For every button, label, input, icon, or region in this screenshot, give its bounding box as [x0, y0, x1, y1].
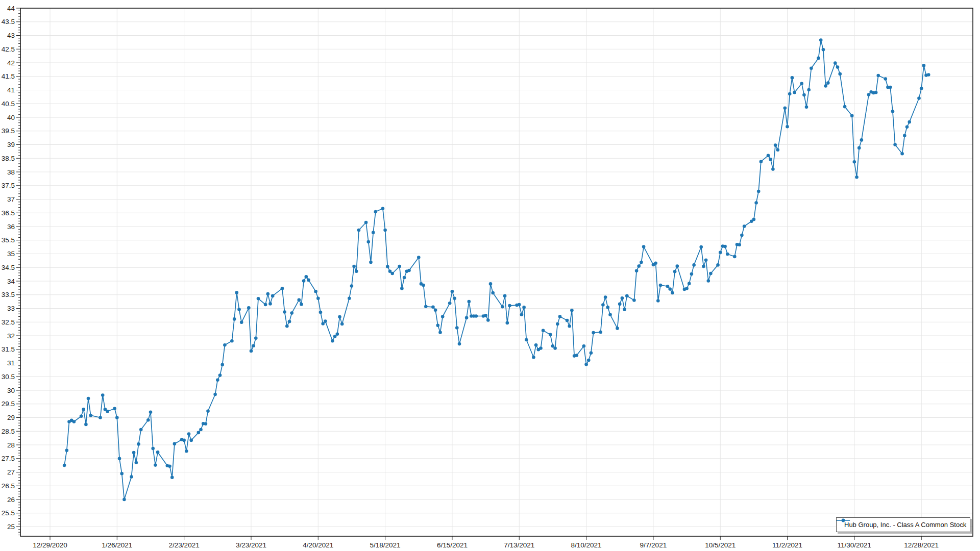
data-point-marker[interactable] [300, 303, 303, 306]
data-point-marker[interactable] [230, 339, 234, 343]
data-point-marker[interactable] [146, 418, 150, 422]
data-point-marker[interactable] [89, 414, 92, 417]
data-point-marker[interactable] [321, 322, 325, 325]
data-point-marker[interactable] [468, 300, 471, 304]
data-point-marker[interactable] [520, 313, 524, 317]
data-point-marker[interactable] [817, 57, 820, 60]
data-point-marker[interactable] [621, 296, 624, 300]
data-point-marker[interactable] [99, 416, 102, 419]
data-point-marker[interactable] [374, 210, 378, 214]
data-point-marker[interactable] [685, 287, 689, 290]
data-point-marker[interactable] [920, 87, 923, 90]
data-point-marker[interactable] [431, 306, 435, 309]
data-point-marker[interactable] [288, 320, 291, 323]
data-point-marker[interactable] [893, 143, 897, 146]
data-point-marker[interactable] [632, 298, 636, 302]
data-point-marker[interactable] [285, 324, 289, 328]
data-point-marker[interactable] [448, 302, 452, 305]
data-point-marker[interactable] [743, 224, 746, 228]
data-point-marker[interactable] [324, 319, 327, 323]
data-point-marker[interactable] [113, 407, 116, 411]
data-point-marker[interactable] [197, 431, 201, 435]
data-point-marker[interactable] [189, 439, 193, 442]
data-point-marker[interactable] [271, 294, 275, 298]
data-point-marker[interactable] [257, 297, 260, 300]
data-point-marker[interactable] [656, 299, 660, 303]
data-point-marker[interactable] [776, 148, 780, 152]
data-point-marker[interactable] [822, 48, 825, 52]
data-point-marker[interactable] [398, 265, 401, 268]
data-point-marker[interactable] [503, 294, 507, 298]
data-point-marker[interactable] [618, 303, 622, 306]
data-point-marker[interactable] [407, 269, 411, 272]
data-point-marker[interactable] [860, 138, 864, 142]
data-point-marker[interactable] [187, 432, 191, 436]
data-point-marker[interactable] [247, 306, 251, 310]
data-point-marker[interactable] [122, 498, 126, 502]
data-point-marker[interactable] [783, 107, 787, 110]
data-point-marker[interactable] [364, 221, 368, 224]
data-point-marker[interactable] [807, 88, 811, 92]
data-point-marker[interactable] [637, 264, 641, 268]
data-point-marker[interactable] [130, 475, 133, 479]
data-point-marker[interactable] [235, 291, 239, 294]
data-point-marker[interactable] [367, 240, 371, 244]
data-point-marker[interactable] [855, 176, 859, 179]
data-point-marker[interactable] [455, 326, 459, 330]
data-point-marker[interactable] [451, 290, 454, 293]
data-point-marker[interactable] [590, 351, 593, 355]
data-point-marker[interactable] [204, 422, 208, 426]
data-point-marker[interactable] [508, 304, 511, 308]
data-point-marker[interactable] [106, 410, 109, 413]
data-point-marker[interactable] [874, 91, 878, 94]
data-point-marker[interactable] [752, 218, 756, 221]
data-point-marker[interactable] [666, 285, 670, 288]
data-point-marker[interactable] [84, 423, 88, 427]
data-point-marker[interactable] [640, 261, 643, 264]
data-point-marker[interactable] [65, 448, 69, 452]
data-point-marker[interactable] [434, 308, 437, 312]
data-point-marker[interactable] [733, 255, 737, 259]
data-point-marker[interactable] [350, 284, 354, 288]
data-point-marker[interactable] [819, 38, 823, 42]
data-point-marker[interactable] [654, 261, 657, 265]
data-point-marker[interactable] [917, 96, 921, 100]
data-point-marker[interactable] [726, 253, 729, 256]
data-point-marker[interactable] [331, 339, 334, 343]
data-point-marker[interactable] [338, 315, 341, 319]
legend[interactable]: Hub Group, Inc. - Class A Common Stock [836, 517, 970, 532]
data-point-marker[interactable] [738, 243, 741, 247]
data-point-marker[interactable] [185, 449, 188, 453]
data-point-marker[interactable] [268, 302, 272, 306]
data-point-marker[interactable] [539, 346, 543, 350]
data-point-marker[interactable] [120, 472, 124, 475]
data-point-marker[interactable] [805, 105, 808, 109]
data-point-marker[interactable] [400, 287, 404, 290]
data-point-marker[interactable] [616, 327, 619, 330]
data-point-marker[interactable] [436, 323, 440, 327]
data-point-marker[interactable] [340, 322, 344, 326]
data-point-marker[interactable] [704, 259, 708, 262]
data-point-marker[interactable] [182, 439, 186, 442]
data-point-marker[interactable] [604, 295, 607, 299]
data-point-marker[interactable] [802, 93, 806, 97]
data-point-marker[interactable] [422, 284, 425, 287]
data-point-marker[interactable] [838, 72, 842, 76]
data-point-marker[interactable] [149, 411, 153, 414]
data-point-marker[interactable] [707, 279, 710, 283]
data-point-marker[interactable] [484, 314, 487, 317]
data-point-marker[interactable] [438, 331, 442, 334]
data-point-marker[interactable] [599, 331, 602, 334]
data-point-marker[interactable] [333, 335, 337, 338]
data-point-marker[interactable] [501, 305, 504, 309]
data-point-marker[interactable] [592, 331, 595, 335]
data-point-marker[interactable] [80, 415, 83, 418]
data-point-marker[interactable] [336, 333, 339, 336]
data-point-marker[interactable] [290, 311, 293, 315]
data-point-marker[interactable] [568, 324, 571, 328]
data-point-marker[interactable] [137, 442, 140, 446]
data-point-marker[interactable] [82, 408, 85, 411]
data-point-marker[interactable] [223, 343, 227, 347]
data-point-marker[interactable] [716, 263, 720, 267]
data-point-marker[interactable] [216, 378, 219, 382]
